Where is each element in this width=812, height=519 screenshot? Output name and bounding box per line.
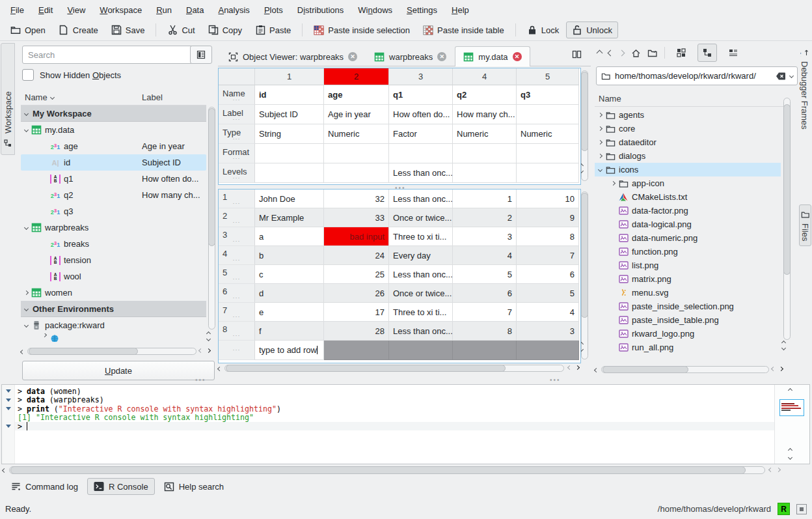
workspace-item-warpbreaks[interactable]: warpbreaks — [21, 219, 206, 236]
data-cell-r2-c1[interactable]: Mr Example — [255, 208, 324, 227]
data-cell-r3-c3[interactable]: Three to xi ti... — [389, 227, 453, 246]
data-cell-r2-c3[interactable]: Once or twice... — [389, 208, 453, 227]
expander-icon[interactable] — [598, 154, 602, 158]
row-header-3[interactable]: 3··· — [219, 227, 255, 246]
meta-cell-levels-col1[interactable] — [255, 163, 324, 183]
meta-cell-levels-col4[interactable] — [453, 163, 517, 183]
data-cell-r2-c2[interactable]: 33 — [324, 208, 389, 227]
tool-tab-r-console[interactable]: R Console — [87, 478, 155, 495]
file-item-menu-svg[interactable]: menu.svg — [595, 286, 781, 300]
data-cell-r8-c2[interactable]: 28 — [324, 322, 389, 341]
file-item-matrix-png[interactable]: matrix.png — [595, 272, 781, 286]
file-item-data-factor-png[interactable]: data-factor.png — [595, 204, 781, 217]
home-icon[interactable] — [630, 48, 641, 58]
meta-cell-name-col4[interactable]: q2 — [453, 85, 517, 105]
data-cell-r5-c4[interactable]: 5 — [453, 265, 517, 284]
file-item-dataeditor[interactable]: dataeditor — [595, 135, 781, 149]
add-row-header[interactable]: ··· — [219, 341, 255, 360]
data-cell-r7-c1[interactable]: e — [255, 303, 324, 322]
expander-icon[interactable] — [598, 167, 602, 172]
meta-row-header-levels[interactable]: Levels··· — [219, 163, 255, 183]
menu-help[interactable]: Help — [445, 3, 476, 17]
workspace-item-my-data[interactable]: my.data — [21, 122, 206, 138]
workspace-item-women[interactable]: women — [21, 285, 206, 301]
data-cell-r4-c2[interactable]: 24 — [324, 246, 389, 265]
meta-cell-type-col4[interactable]: Numeric — [453, 124, 517, 144]
expander-icon[interactable] — [42, 333, 47, 337]
files-vscroll-thumb[interactable] — [783, 104, 791, 275]
meta-vscroll-thumb[interactable] — [581, 72, 588, 151]
files-name-column-header[interactable]: Name — [599, 94, 621, 104]
column-header-1[interactable]: 1 — [255, 68, 324, 85]
view-options-button[interactable] — [190, 46, 212, 64]
paste-inside-selection-button[interactable]: Paste inside selection — [308, 21, 416, 38]
open-button[interactable]: Open — [5, 21, 51, 38]
menu-edit[interactable]: Edit — [32, 3, 59, 17]
workspace-item-package-rkward[interactable]: package:rkward — [21, 317, 206, 333]
data-cell-r6-c4[interactable]: 6 — [453, 284, 517, 303]
workspace-dock-tab[interactable]: Workspace — [1, 43, 15, 155]
column-header-4[interactable]: 4 — [453, 68, 517, 85]
tree-view-button[interactable] — [697, 44, 717, 62]
workspace-item-wool[interactable]: ABwool — [21, 268, 206, 285]
data-cell-r5-c2[interactable]: 25 — [324, 265, 389, 284]
data-cell-r1-c1[interactable]: John Doe — [255, 189, 324, 208]
meta-cell-name-col3[interactable]: q1 — [389, 85, 453, 105]
meta-cell-levels-col5[interactable] — [517, 163, 579, 183]
data-cell-r4-c5[interactable]: 7 — [517, 246, 579, 265]
path-combobox[interactable]: home/thomas/develop/rkward/rkward/ — [596, 66, 798, 85]
save-button[interactable]: Save — [105, 21, 151, 38]
meta-cell-format-col5[interactable] — [517, 144, 579, 163]
file-item-data-numeric-png[interactable]: data-numeric.png — [595, 231, 781, 245]
document-tab-object-viewer-warpbreaks[interactable]: Object Viewer: warpbreaks✕ — [219, 46, 366, 66]
data-cell-r8-c1[interactable]: f — [255, 322, 324, 341]
icons-view-button[interactable] — [671, 44, 691, 62]
workspace-item-id[interactable]: A|idSubject ID — [21, 154, 206, 171]
r-engine-status-badge[interactable]: R — [778, 503, 790, 515]
expander-icon[interactable] — [598, 140, 602, 145]
editor-hscroll-thumb[interactable] — [226, 365, 506, 372]
r-console[interactable]: > data (women)> data (warpbreaks)> print… — [1, 384, 810, 464]
meta-cell-name-col1[interactable]: id — [255, 85, 324, 105]
meta-row-header-label[interactable]: Label··· — [219, 105, 255, 124]
column-header-2[interactable]: 2 — [324, 68, 389, 85]
go-back-icon[interactable] — [608, 49, 614, 56]
column-header-3[interactable]: 3 — [389, 68, 453, 85]
tab-modified-close-icon[interactable]: ✕ — [513, 52, 522, 61]
bad-input-cell[interactable]: bad input — [324, 227, 389, 246]
document-tab-my-data[interactable]: my.data✕ — [455, 46, 530, 66]
data-cell-r5-c3[interactable]: Less than onc... — [389, 265, 453, 284]
path-dropdown-icon[interactable] — [789, 74, 794, 78]
data-cell-r1-c5[interactable]: 10 — [517, 189, 579, 208]
row-header-4[interactable]: 4··· — [219, 246, 255, 265]
data-cell-r4-c1[interactable]: b — [255, 246, 324, 265]
menu-file[interactable]: File — [4, 3, 31, 17]
file-item-cmakelists-txt[interactable]: CMakeLists.txt — [595, 190, 781, 204]
split-view-icon[interactable] — [571, 49, 582, 59]
meta-row-header-name[interactable]: Name··· — [219, 85, 255, 105]
document-tab-warpbreaks[interactable]: warpbreaks✕ — [366, 46, 455, 66]
menu-analysis[interactable]: Analysis — [211, 3, 256, 17]
data-cell-r3-c4[interactable]: 3 — [453, 227, 517, 246]
clear-path-icon[interactable] — [776, 71, 786, 81]
data-cell-r7-c5[interactable]: 4 — [517, 303, 579, 322]
expander-icon[interactable] — [24, 323, 29, 328]
open-location-icon[interactable] — [647, 48, 658, 58]
tree-section-other-environments[interactable]: Other Environments — [21, 301, 206, 317]
data-vscroll-thumb[interactable] — [581, 193, 588, 318]
cut-button[interactable]: Cut — [161, 21, 200, 38]
menu-plots[interactable]: Plots — [258, 3, 290, 17]
expander-icon[interactable] — [24, 111, 29, 115]
data-cell-r2-c4[interactable]: 2 — [453, 208, 517, 227]
data-cell-r3-c1[interactable]: a — [255, 227, 324, 246]
workspace-item-age[interactable]: 231ageAge in year — [21, 138, 206, 154]
data-cell-r1-c3[interactable]: Less than onc... — [389, 189, 453, 208]
file-item-app-icon[interactable]: app-icon — [595, 176, 781, 190]
console-hscroll-left[interactable] — [2, 468, 7, 473]
meta-cell-type-col2[interactable]: Numeric — [324, 124, 389, 144]
menu-distributions[interactable]: Distributions — [291, 3, 351, 17]
workspace-hscroll-arrows[interactable] — [199, 349, 210, 352]
lock-button[interactable]: Lock — [521, 21, 565, 38]
file-item-icons[interactable]: icons — [595, 163, 781, 176]
row-header-5[interactable]: 5··· — [219, 265, 255, 284]
